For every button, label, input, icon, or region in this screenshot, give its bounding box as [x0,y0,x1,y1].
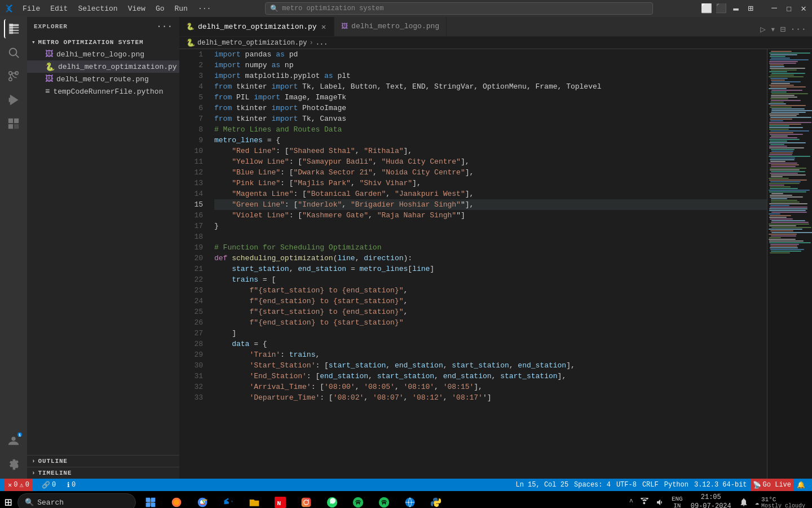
svg-marker-5 [11,95,18,105]
line-number: 6 [179,103,203,113]
taskbar-chrome[interactable] [191,491,214,508]
status-go-live[interactable]: 📡 Go Live [751,479,793,491]
taskbar-clock[interactable]: 21:05 09-07-2024 [687,493,735,508]
taskbar-spotify2[interactable] [373,491,395,508]
maximize-button[interactable]: ☐ [785,5,793,12]
code-line: "Green Line": ["Inderlok", "Brigadier Ho… [214,199,767,210]
status-encoding[interactable]: UTF-8 [614,479,639,491]
taskbar-chevron[interactable]: ^ [627,491,636,508]
status-errors[interactable]: ✕ 0 ⚠ 0 [5,479,33,491]
code-token: "Inderlok" [298,199,342,210]
activity-explorer[interactable] [4,19,23,38]
panel-icon[interactable]: ▬ [732,5,740,12]
code-token [227,253,232,264]
minimap [767,49,812,479]
status-remote[interactable]: 🔗 0 [39,479,58,491]
code-token [214,392,249,403]
tab-optimization[interactable]: 🐍 delhi_metro_optimization.py ✕ [179,17,334,36]
taskbar-notifications[interactable] [737,491,751,508]
breadcrumb: 🐍 delhi_metro_optimization.py › ... [179,37,812,49]
code-token: "Raja Nahar Singh" [377,210,456,221]
activity-account[interactable]: 1 [4,431,23,450]
menu-file[interactable]: File [18,3,45,14]
code-content[interactable]: import pandas as pdimport numpy as npimp… [208,49,767,479]
code-token: : [ [315,360,328,371]
menu-view[interactable]: View [123,3,150,14]
outline-section: › OUTLINE [27,455,179,467]
code-token: f"{start_station} to {end_station}" [249,306,403,317]
custom-layout-icon[interactable]: ⊞ [747,5,754,12]
menu-more[interactable]: ··· [193,3,215,14]
layout-icon[interactable]: ⬜ [703,5,710,12]
date-display: 09-07-2024 [691,502,731,508]
taskbar-instagram[interactable] [295,491,317,508]
file-item-optimization[interactable]: 🐍 delhi_metro_optimization.py [27,60,179,73]
timeline-header[interactable]: › TIMELINE [27,467,179,479]
taskbar-whatsapp[interactable] [321,491,343,508]
taskbar-vscode[interactable] [217,491,240,508]
tab-logo[interactable]: 🖼 delhi_metro_logo.png [334,17,447,36]
split-icon[interactable]: ⬛ [717,5,725,12]
status-position[interactable]: Ln 15, Col 25 [513,479,571,491]
minimize-button[interactable]: ─ [770,5,778,12]
taskbar-files[interactable] [243,491,266,508]
menu-selection[interactable]: Selection [73,3,122,14]
error-icon: ✕ [8,481,12,489]
taskbar-firefox[interactable] [165,491,188,508]
status-language[interactable]: Python [662,479,691,491]
code-token: "Rithala" [364,146,403,156]
taskbar-network[interactable] [638,491,651,508]
split-editor-button[interactable]: ⊟ [779,23,787,36]
taskbar-spotify[interactable] [347,491,369,508]
start-button[interactable]: ⊞ [5,495,12,509]
file-item-logo[interactable]: 🖼 delhi_metro_logo.png [27,48,179,60]
taskbar-volume[interactable] [654,491,667,508]
code-token: ], [404,146,413,156]
file-item-temp[interactable]: ≡ tempCodeRunnerFile.python [27,85,179,98]
run-dropdown-icon[interactable]: ▾ [769,23,777,36]
status-info[interactable]: ℹ 0 [65,479,78,491]
explorer-section: ▾ METRO OPTIMIZATION SYSTEM 🖼 delhi_metr… [27,36,179,455]
code-token: np [280,60,293,71]
close-button[interactable]: ✕ [800,5,807,12]
code-token: , [403,306,408,317]
menu-go[interactable]: Go [151,3,169,14]
outline-header[interactable]: › OUTLINE [27,456,179,467]
activity-search[interactable] [4,43,23,62]
code-token: , [373,167,382,178]
taskbar-weather[interactable]: ☁ 31°C Mostly cloudy [753,491,807,508]
status-notification[interactable]: 🔔 [795,479,807,491]
breadcrumb-file[interactable]: delhi_metro_optimization.py [197,39,307,47]
file-item-route[interactable]: 🖼 delhi_metro_route.png [27,73,179,85]
taskbar-search[interactable]: 🔍 Search [17,493,136,508]
code-token [214,167,232,178]
taskbar-netflix[interactable]: N [269,491,292,508]
more-actions-button[interactable]: ··· [789,23,807,36]
code-token: 'Arrival_Time' [249,382,311,392]
titlebar-search[interactable]: 🔍 metro optimization system [265,2,653,15]
status-spaces[interactable]: Spaces: 4 [572,479,613,491]
activity-settings[interactable] [4,455,23,474]
sidebar-more-button[interactable]: ··· [156,21,173,32]
status-python-version[interactable]: 3.12.3 64-bit [692,479,749,491]
taskbar-language[interactable]: ENG IN [669,491,685,508]
activity-source-control[interactable] [4,67,23,86]
status-line-ending[interactable]: CRLF [640,479,661,491]
menu-run[interactable]: Run [170,3,192,14]
code-line: ] [214,328,767,339]
taskbar-search-label: Search [37,498,64,507]
activity-extensions[interactable] [4,114,23,133]
run-button[interactable]: ▷ [759,23,767,36]
titlebar-menu: File Edit Selection View Go Run ··· [18,3,215,14]
taskbar-explorer[interactable] [139,491,162,508]
line-ending-text: CRLF [642,481,659,489]
activity-run-debug[interactable] [4,90,23,110]
code-token: tkinter [232,81,271,92]
line-number: 26 [179,317,203,328]
taskbar-browser2[interactable] [399,491,421,508]
taskbar-python[interactable] [425,491,447,508]
tab-close-button[interactable]: ✕ [320,21,327,32]
project-group-header[interactable]: ▾ METRO OPTIMIZATION SYSTEM [27,36,179,48]
menu-edit[interactable]: Edit [46,3,72,14]
code-token: } [214,221,219,231]
